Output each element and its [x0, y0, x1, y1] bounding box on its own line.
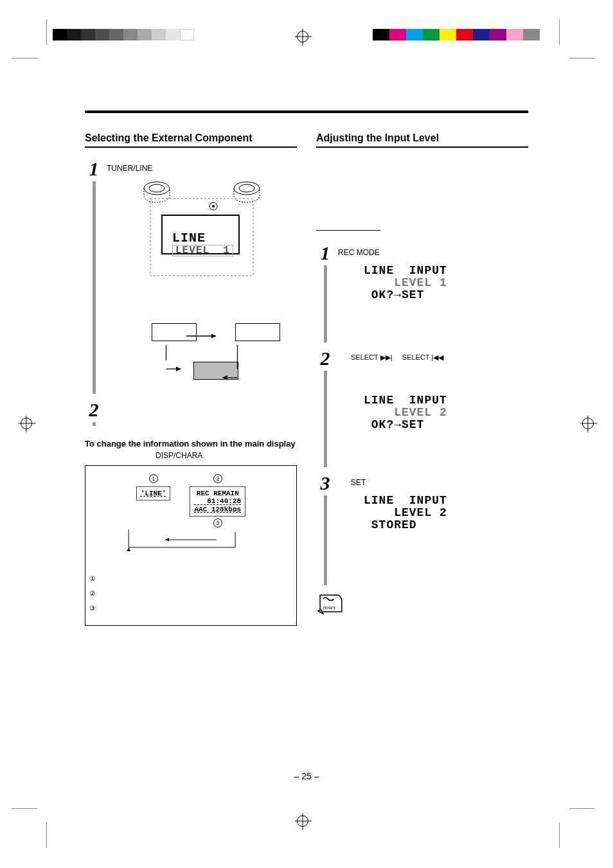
select-prev-label: SELECT |◀◀	[402, 353, 444, 361]
crop-mark	[559, 19, 560, 45]
crop-mark	[46, 19, 47, 45]
crop-mark	[569, 808, 595, 809]
page-number: – 25 –	[0, 771, 613, 781]
annotation-3: ③	[89, 604, 292, 612]
registration-mark-icon	[21, 418, 32, 429]
annotation-2: ②	[89, 589, 292, 598]
svg-point-0	[144, 182, 170, 195]
lcd-display-1: LINE INPUT LEVEL 1 OK?→SET	[364, 265, 528, 301]
annotation-1-marker: 1	[149, 474, 158, 483]
crop-mark	[12, 58, 37, 58]
annotation-list: ① ② ③	[89, 574, 292, 612]
annotation-3-marker: 3	[213, 518, 222, 527]
lcd-display-3: LINE INPUT LEVEL 2 STORED	[364, 495, 528, 531]
annotation-2-marker: 2	[213, 474, 222, 483]
content-area: Selecting the External Component 1 TUNER…	[85, 111, 528, 626]
step-number: 2	[321, 349, 330, 368]
annotation-1: ①	[89, 574, 292, 583]
page: Selecting the External Component 1 TUNER…	[0, 0, 613, 868]
notes-icon: notes	[316, 592, 346, 616]
step-number: 1	[321, 244, 330, 263]
top-rule	[85, 111, 528, 113]
registration-mark-icon	[297, 815, 308, 827]
right-column: Adjusting the Input Level 1 REC MODE LIN…	[316, 132, 528, 626]
section-heading-right: Adjusting the Input Level	[316, 132, 528, 148]
device-figure: LINE LEVEL 1	[131, 179, 272, 311]
svg-text:notes: notes	[323, 604, 336, 610]
registration-mark-icon	[582, 418, 594, 429]
svg-point-2	[234, 182, 260, 195]
crop-mark	[559, 822, 560, 848]
crop-mark	[46, 822, 47, 848]
select-next-label: SELECT ▶▶|	[351, 353, 393, 361]
rec-mode-label: REC MODE	[338, 247, 528, 258]
flow-diagram	[120, 323, 284, 394]
step-number: 3	[321, 474, 330, 493]
device-lcd-line1: LINE	[172, 231, 243, 245]
step-3-right: 3 SET LINE INPUT LEVEL 2 STORED	[316, 474, 528, 585]
step1-label: TUNER/LINE	[107, 163, 297, 174]
step-1-left: 1 TUNER/LINE	[85, 159, 297, 394]
registration-mark-icon	[297, 31, 308, 42]
lcd-display-2: LINE INPUT LEVEL 2 OK?→SET	[364, 394, 528, 431]
grayscale-bar	[53, 29, 197, 40]
step-2-left: 2	[85, 400, 297, 426]
device-lcd-line2: LEVEL 1	[172, 245, 233, 257]
step-1-right: 1 REC MODE LINE INPUT LEVEL 1 OK?→SET	[316, 244, 528, 342]
step-2-right: 2 SELECT ▶▶| SELECT |◀◀ LINE INPUT LEVEL…	[316, 349, 528, 467]
set-label: SET	[351, 477, 528, 488]
section-heading-left: Selecting the External Component	[85, 132, 297, 148]
cmyk-bar	[373, 29, 540, 40]
step-number: 2	[89, 400, 99, 420]
left-column: Selecting the External Component 1 TUNER…	[85, 132, 297, 626]
svg-point-6	[212, 205, 215, 208]
crop-mark	[12, 808, 37, 809]
crop-mark	[569, 58, 595, 58]
mini-lcd-1: 'LINE'	[136, 486, 171, 500]
mini-lcd-2: REC REMAIN 81:40:28 AAC 128kbps	[190, 486, 245, 516]
subheading-display-info: To change the information shown in the m…	[85, 439, 297, 448]
display-modes-diagram: 1 'LINE' 2 REC REMAIN 81:40:28 AAC 128kb…	[85, 465, 297, 625]
step-number: 1	[89, 159, 99, 179]
svg-point-1	[149, 184, 164, 192]
separator-line	[316, 230, 380, 231]
svg-point-3	[239, 184, 254, 192]
disp-chara-label: DISP/CHARA	[155, 451, 297, 460]
